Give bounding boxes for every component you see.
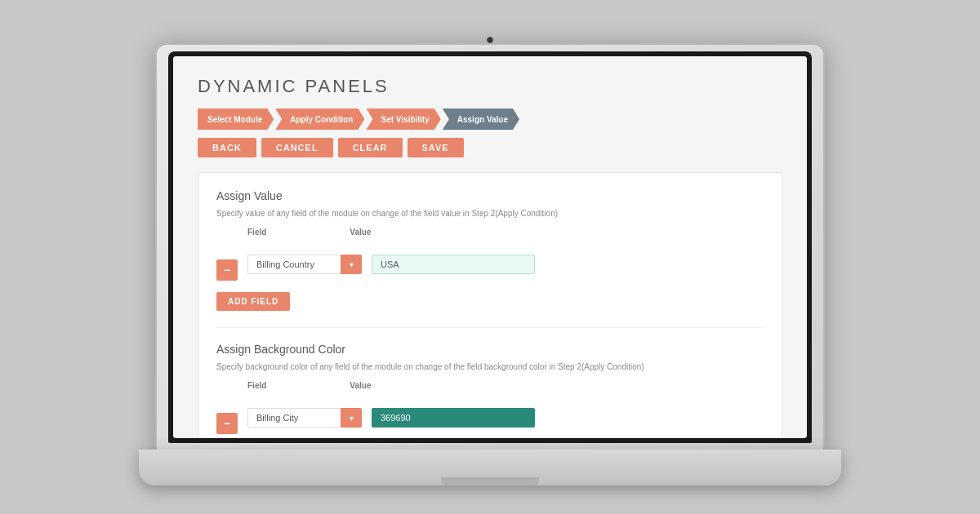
page-title: DYNAMIC PANELS bbox=[198, 76, 782, 97]
assign-bg-field-select[interactable]: Billing City bbox=[247, 408, 362, 428]
step-set-visibility[interactable]: Set Visibility bbox=[366, 109, 440, 130]
bg-field-col-label: Field bbox=[247, 381, 266, 393]
action-buttons-row: BACK CANCEL CLEAR SAVE bbox=[198, 138, 782, 157]
field-col-label: Field bbox=[247, 228, 266, 240]
assign-value-add-field-btn[interactable]: ADD FIELD bbox=[216, 292, 290, 311]
assign-bg-color-input[interactable] bbox=[372, 408, 535, 428]
value-col-label: Value bbox=[350, 228, 371, 240]
assign-bg-section: Assign Background Color Specify backgrou… bbox=[216, 343, 764, 438]
screen-content: DYNAMIC PANELS Select Module Apply Condi… bbox=[173, 56, 807, 438]
main-panel: Assign Value Specify value of any field … bbox=[198, 172, 782, 438]
step-assign-value[interactable]: Assign Value bbox=[443, 109, 519, 130]
bg-value-col-label: Value bbox=[350, 381, 371, 393]
step-apply-condition[interactable]: Apply Condition bbox=[275, 109, 364, 130]
section-divider bbox=[216, 327, 764, 328]
assign-bg-field-select-wrapper: Billing City ▾ bbox=[247, 408, 362, 428]
assign-bg-input-row: − Billing City ▾ bbox=[216, 401, 764, 434]
assign-value-title: Assign Value bbox=[216, 189, 764, 202]
assign-bg-title: Assign Background Color bbox=[216, 343, 764, 356]
laptop-container: DYNAMIC PANELS Select Module Apply Condi… bbox=[139, 29, 841, 485]
assign-value-field-select[interactable]: Billing Country bbox=[247, 255, 362, 274]
bg-value-column-label: Value bbox=[350, 381, 371, 390]
laptop-base bbox=[139, 450, 841, 485]
assign-bg-desc: Specify background color of any field of… bbox=[216, 362, 764, 371]
step-select-module[interactable]: Select Module bbox=[198, 109, 274, 130]
assign-value-input[interactable] bbox=[372, 255, 535, 274]
laptop-body: DYNAMIC PANELS Select Module Apply Condi… bbox=[155, 43, 825, 453]
remove-assign-bg-btn[interactable]: − bbox=[216, 413, 238, 434]
assign-value-desc: Specify value of any field of the module… bbox=[216, 209, 764, 218]
remove-assign-value-btn[interactable]: − bbox=[216, 259, 238, 281]
clear-button[interactable]: CLEAR bbox=[338, 138, 403, 157]
laptop-camera bbox=[487, 37, 493, 43]
assign-value-input-row: − Billing Country ▾ bbox=[216, 248, 764, 281]
laptop-screen-bezel: DYNAMIC PANELS Select Module Apply Condi… bbox=[168, 51, 812, 443]
assign-value-field-row: Field Value bbox=[216, 228, 764, 240]
steps-breadcrumb: Select Module Apply Condition Set Visibi… bbox=[198, 109, 782, 130]
assign-bg-field-row: Field Value bbox=[216, 381, 764, 393]
laptop-screen: DYNAMIC PANELS Select Module Apply Condi… bbox=[173, 56, 807, 438]
assign-value-field-select-wrapper: Billing Country ▾ bbox=[247, 255, 362, 274]
back-button[interactable]: BACK bbox=[198, 138, 256, 157]
field-column-label: Field bbox=[247, 228, 266, 237]
assign-value-section: Assign Value Specify value of any field … bbox=[216, 189, 764, 311]
cancel-button[interactable]: CANCEL bbox=[261, 138, 333, 157]
bg-field-column-label: Field bbox=[247, 381, 266, 390]
save-button[interactable]: SAVE bbox=[408, 138, 464, 157]
value-column-label: Value bbox=[350, 228, 371, 237]
